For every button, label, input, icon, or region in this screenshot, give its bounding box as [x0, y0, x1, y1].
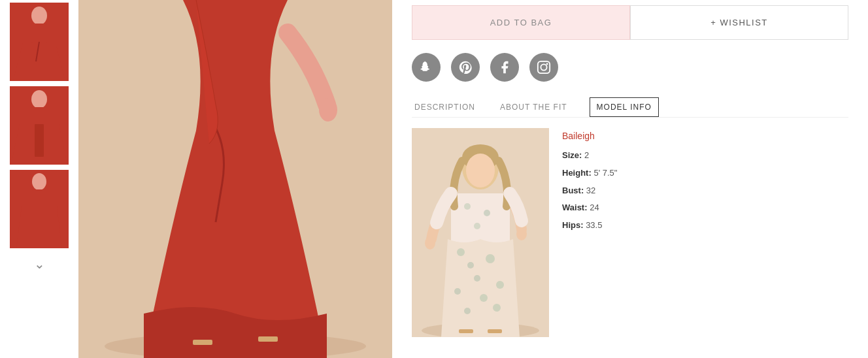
model-size-row: Size: 2	[562, 149, 617, 163]
svg-point-16	[319, 98, 337, 122]
svg-point-31	[480, 294, 488, 302]
svg-marker-13	[16, 206, 62, 248]
main-product-image	[78, 0, 392, 358]
right-panel: ADD TO BAG + WISHLIST	[392, 0, 868, 358]
svg-rect-12	[32, 189, 46, 208]
model-stats: Baileigh Size: 2 Height: 5' 7.5" Bust: 3…	[562, 128, 617, 337]
svg-rect-43	[488, 329, 502, 333]
pinterest-icon[interactable]	[451, 53, 480, 82]
wishlist-button[interactable]: + WISHLIST	[630, 5, 848, 40]
svg-point-11	[32, 173, 46, 190]
thumbnail-column: ⌄	[0, 0, 78, 358]
snapchat-icon[interactable]	[412, 53, 441, 82]
svg-point-28	[474, 275, 480, 282]
svg-rect-18	[258, 336, 278, 342]
hips-value: 33.5	[586, 220, 602, 230]
svg-rect-42	[459, 329, 473, 333]
thumbnail-3[interactable]	[10, 170, 69, 248]
model-height-row: Height: 5' 7.5"	[562, 167, 617, 180]
svg-rect-9	[35, 124, 44, 157]
size-label: Size:	[562, 150, 582, 160]
svg-point-36	[474, 223, 480, 229]
svg-point-38	[516, 227, 527, 240]
hips-label: Hips:	[562, 220, 584, 230]
svg-point-41	[466, 154, 495, 187]
model-info-section: Baileigh Size: 2 Height: 5' 7.5" Bust: 3…	[412, 128, 848, 337]
svg-point-21	[546, 63, 548, 65]
scroll-down-button[interactable]: ⌄	[34, 256, 45, 272]
svg-rect-19	[538, 61, 550, 73]
svg-rect-7	[31, 107, 47, 125]
svg-point-33	[493, 304, 501, 312]
svg-point-25	[457, 248, 465, 256]
svg-point-35	[484, 210, 490, 216]
action-buttons: ADD TO BAG + WISHLIST	[412, 5, 848, 40]
tab-description[interactable]: DESCRIPTION	[412, 97, 478, 117]
model-bust-row: Bust: 32	[562, 184, 617, 198]
svg-point-30	[454, 288, 461, 295]
svg-point-20	[541, 64, 546, 70]
svg-point-34	[464, 203, 471, 210]
svg-point-26	[467, 262, 474, 268]
svg-point-1	[31, 7, 47, 25]
svg-point-32	[464, 308, 471, 314]
model-hips-row: Hips: 33.5	[562, 219, 617, 233]
svg-point-37	[425, 236, 435, 250]
product-tabs: DESCRIPTION ABOUT THE FIT MODEL INFO	[412, 97, 848, 118]
model-waist-row: Waist: 24	[562, 201, 617, 215]
svg-rect-17	[193, 340, 212, 345]
waist-label: Waist:	[562, 203, 588, 212]
size-value: 2	[584, 150, 589, 160]
svg-rect-24	[451, 193, 510, 246]
waist-value: 24	[590, 203, 599, 212]
height-label: Height:	[562, 168, 592, 178]
tab-model-info[interactable]: MODEL INFO	[590, 97, 659, 117]
thumbnail-1[interactable]	[10, 3, 69, 81]
svg-point-29	[496, 281, 504, 289]
height-value: 5' 7.5"	[593, 168, 617, 178]
facebook-icon[interactable]	[490, 53, 519, 82]
add-to-bag-button[interactable]: ADD TO BAG	[412, 5, 630, 40]
model-name: Baileigh	[562, 131, 617, 141]
thumbnail-2[interactable]	[10, 86, 69, 165]
social-icons-row	[412, 53, 848, 82]
svg-rect-2	[31, 24, 47, 43]
svg-point-27	[486, 254, 495, 263]
instagram-icon[interactable]	[529, 53, 558, 82]
bust-value: 32	[586, 186, 595, 195]
tab-about-the-fit[interactable]: ABOUT THE FIT	[497, 97, 570, 117]
model-photo	[412, 128, 549, 337]
svg-point-6	[31, 90, 47, 108]
bust-label: Bust:	[562, 186, 584, 195]
